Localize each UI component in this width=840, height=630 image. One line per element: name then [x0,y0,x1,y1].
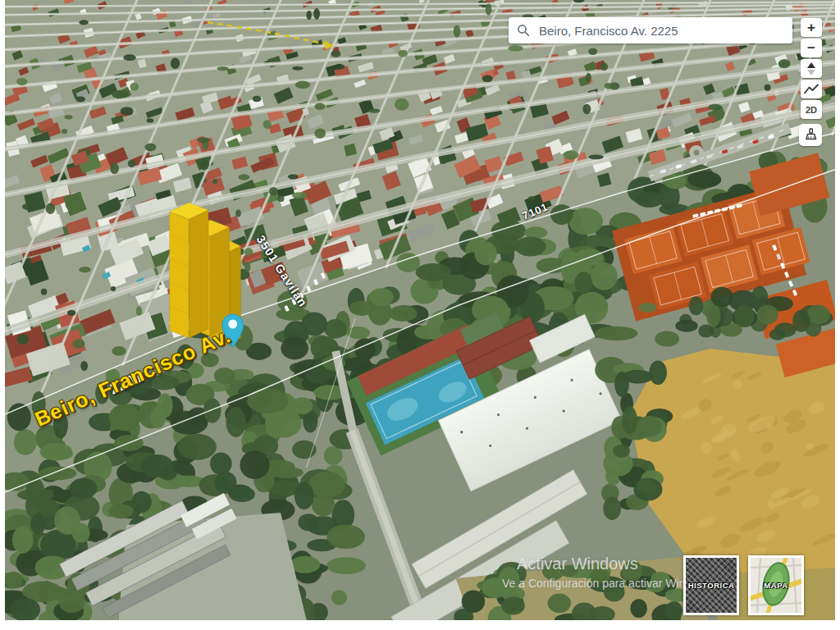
search-icon [517,24,530,37]
layer-label: MAPA [764,581,788,590]
layer-thumbnail-mapa[interactable]: MAPA [748,555,804,615]
layer-thumbnail-historica[interactable]: HISTÓRICA [683,555,739,615]
tilt-down-icon [807,70,815,75]
layer-label: HISTÓRICA [688,581,735,590]
search-bar[interactable] [509,17,792,43]
map-3d-viewport[interactable] [5,0,835,620]
map-application-window: { "search": { "value": "Beiro, Francisco… [0,0,840,630]
elevation-profile-button[interactable] [801,80,822,98]
search-input[interactable] [537,23,784,39]
brush-tool-button[interactable] [799,124,822,146]
tilt-up-icon [807,62,815,68]
aerial-3d-scene [5,0,835,620]
zoom-in-button[interactable]: + [801,18,822,37]
zoom-out-button[interactable]: − [801,39,822,57]
map-controls: + − 2D [801,18,822,119]
toggle-2d-button[interactable]: 2D [801,100,822,119]
zigzag-line-icon [803,83,819,96]
tilt-control-button[interactable] [801,59,822,78]
brush-icon [803,127,819,143]
